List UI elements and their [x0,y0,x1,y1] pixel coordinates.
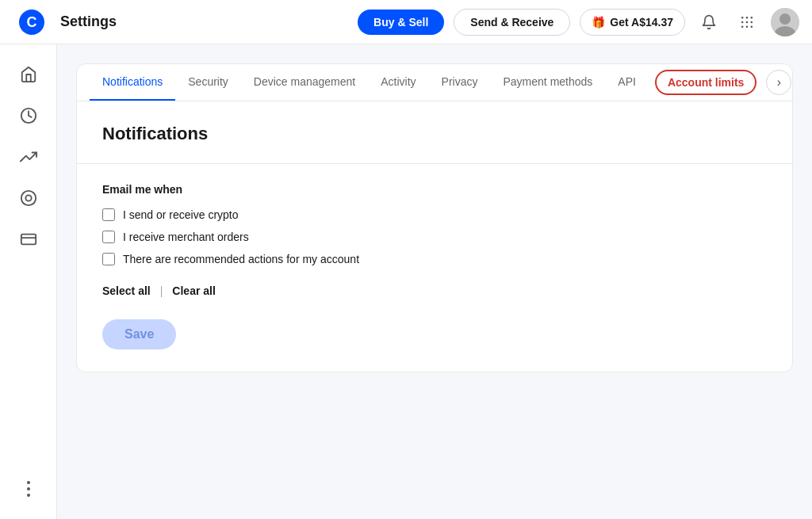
separator: | [160,284,163,297]
svg-text:C: C [27,14,37,30]
tab-activity[interactable]: Activity [368,64,428,101]
settings-panel: Notifications Security Device management… [76,63,793,372]
svg-point-12 [779,13,791,25]
tab-privacy[interactable]: Privacy [429,64,491,101]
content-area: Notifications Security Device management… [57,44,812,519]
tab-account-limits[interactable]: Account limits [655,70,756,95]
merchant-orders-checkbox[interactable] [102,231,115,243]
svg-point-4 [751,16,753,18]
svg-point-9 [746,25,749,28]
tabs-more-button[interactable]: › [766,70,791,95]
svg-point-8 [741,25,744,28]
gift-icon: 🎁 [592,16,605,29]
svg-point-19 [27,481,30,484]
merchant-orders-label: I receive merchant orders [123,231,249,243]
save-button[interactable]: Save [102,319,176,349]
send-receive-crypto-checkbox[interactable] [102,208,115,221]
sidebar-item-home[interactable] [11,57,46,92]
settings-tabs: Notifications Security Device management… [77,64,792,101]
sidebar-item-portfolio[interactable] [11,181,46,216]
sidebar-item-chart[interactable] [11,139,46,174]
recommended-actions-checkbox[interactable] [102,253,115,265]
list-item: I receive merchant orders [102,231,767,243]
clear-all-button[interactable]: Clear all [172,284,215,297]
select-all-button[interactable]: Select all [102,284,151,297]
tab-notifications[interactable]: Notifications [90,64,175,101]
svg-point-2 [741,16,744,18]
page-title: Settings [60,13,348,30]
checkbox-group: I send or receive crypto I receive merch… [102,208,767,265]
recommended-actions-label: There are recommended actions for my acc… [123,253,359,265]
send-receive-button[interactable]: Send & Receive [454,9,570,36]
svg-point-7 [751,21,753,23]
tab-device-management[interactable]: Device management [241,64,368,101]
svg-point-6 [746,21,749,23]
sidebar-item-history[interactable] [11,98,46,133]
sidebar-item-card[interactable] [11,222,46,257]
svg-point-15 [21,191,35,205]
select-clear-row: Select all | Clear all [102,284,767,297]
sidebar [0,44,57,519]
sidebar-item-more[interactable] [11,471,46,506]
svg-point-21 [27,494,30,497]
section-heading: Notifications [102,124,767,144]
send-receive-crypto-label: I send or receive crypto [123,208,239,221]
tab-api[interactable]: API [605,64,649,101]
list-item: I send or receive crypto [102,208,767,221]
svg-point-16 [25,195,31,200]
notifications-section: Notifications Email me when I send or re… [77,101,792,372]
list-item: There are recommended actions for my acc… [102,253,767,265]
email-me-when-label: Email me when [102,183,767,196]
notifications-bell-button[interactable] [695,8,723,36]
svg-point-20 [27,487,30,490]
get-label: Get A$14.37 [610,16,673,29]
divider [77,163,792,164]
user-avatar-button[interactable] [771,8,799,36]
svg-point-3 [746,16,749,18]
svg-rect-17 [21,235,35,245]
grid-menu-button[interactable] [733,8,761,36]
logo: C [19,10,44,35]
tab-security[interactable]: Security [175,64,241,101]
svg-point-10 [751,25,753,28]
header: C Settings Buy & Sell Send & Receive 🎁 G… [0,0,812,44]
get-reward-button[interactable]: 🎁 Get A$14.37 [580,9,685,36]
svg-point-5 [741,21,744,23]
buy-sell-button[interactable]: Buy & Sell [358,10,444,35]
tab-payment-methods[interactable]: Payment methods [491,64,606,101]
